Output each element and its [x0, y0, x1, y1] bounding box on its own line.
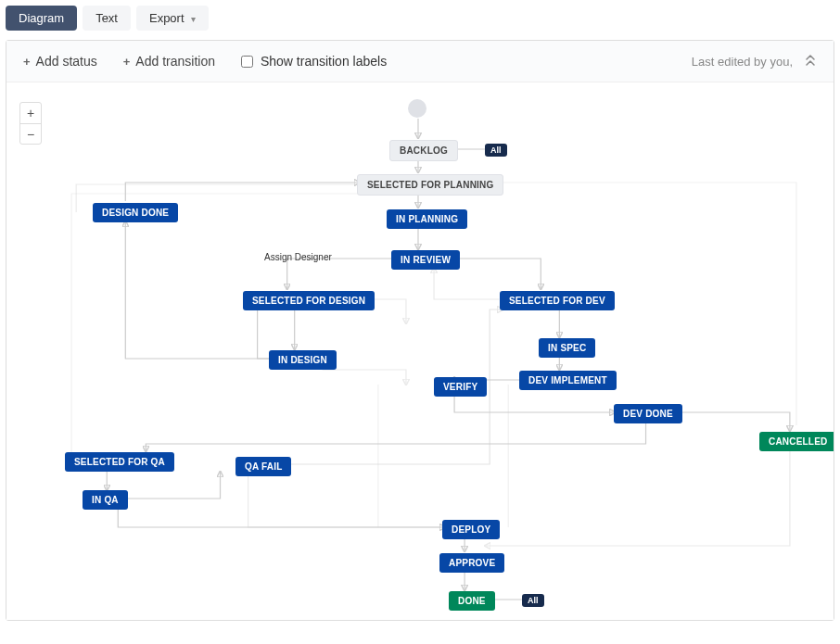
- tab-text[interactable]: Text: [83, 6, 131, 31]
- show-labels-toggle[interactable]: Show transition labels: [241, 54, 387, 69]
- node-selected-qa[interactable]: SELECTED FOR QA: [65, 452, 174, 472]
- add-status-button[interactable]: + Add status: [23, 54, 97, 69]
- node-done[interactable]: DONE: [449, 591, 495, 611]
- add-status-label: Add status: [36, 54, 97, 69]
- tab-bar: Diagram Text Export ▾: [0, 0, 840, 40]
- node-dev-done[interactable]: DEV DONE: [614, 404, 682, 423]
- all-pill-backlog[interactable]: All: [485, 144, 507, 157]
- edge-label-assign-designer: Assign Designer: [264, 252, 332, 262]
- node-approve[interactable]: APPROVE: [439, 553, 504, 573]
- node-deploy[interactable]: DEPLOY: [442, 520, 500, 539]
- add-transition-label: Add transition: [135, 54, 215, 69]
- node-backlog[interactable]: BACKLOG: [389, 140, 458, 161]
- add-transition-button[interactable]: + Add transition: [123, 54, 215, 69]
- tab-export-label: Export: [149, 11, 185, 25]
- node-selected-dev[interactable]: SELECTED FOR DEV: [500, 291, 615, 310]
- chevron-down-icon: ▾: [191, 14, 196, 24]
- show-labels-checkbox[interactable]: [241, 56, 253, 68]
- collapse-icon[interactable]: [804, 54, 817, 69]
- node-in-spec[interactable]: IN SPEC: [539, 338, 595, 358]
- tab-diagram[interactable]: Diagram: [6, 6, 77, 31]
- tab-export[interactable]: Export ▾: [136, 6, 209, 31]
- node-in-design[interactable]: IN DESIGN: [269, 350, 337, 370]
- show-labels-label: Show transition labels: [261, 54, 387, 69]
- node-cancelled[interactable]: CANCELLED: [759, 432, 834, 451]
- diagram-canvas[interactable]: BACKLOG All SELECTED FOR PLANNING IN PLA…: [6, 82, 834, 620]
- edges-layer: [6, 82, 834, 620]
- zoom-in-button[interactable]: +: [20, 103, 41, 123]
- node-selected-planning[interactable]: SELECTED FOR PLANNING: [357, 174, 503, 196]
- node-dev-implement[interactable]: DEV IMPLEMENT: [519, 371, 617, 390]
- node-qa-fail[interactable]: QA FAIL: [235, 457, 291, 476]
- plus-icon: +: [23, 55, 31, 69]
- zoom-out-button[interactable]: −: [20, 123, 41, 144]
- node-design-done[interactable]: DESIGN DONE: [93, 203, 178, 222]
- toolbar: + Add status + Add transition Show trans…: [6, 41, 834, 82]
- start-node[interactable]: [408, 99, 426, 118]
- zoom-control: + −: [19, 102, 42, 145]
- node-selected-design[interactable]: SELECTED FOR DESIGN: [243, 291, 375, 310]
- all-pill-done[interactable]: All: [522, 594, 544, 607]
- last-edited-text: Last edited by you,: [692, 55, 793, 69]
- node-in-qa[interactable]: IN QA: [83, 490, 128, 510]
- workflow-panel: + Add status + Add transition Show trans…: [6, 40, 834, 621]
- plus-icon: +: [123, 55, 131, 69]
- node-verify[interactable]: VERIFY: [434, 377, 487, 397]
- node-in-planning[interactable]: IN PLANNING: [387, 209, 467, 229]
- node-in-review[interactable]: IN REVIEW: [391, 250, 460, 270]
